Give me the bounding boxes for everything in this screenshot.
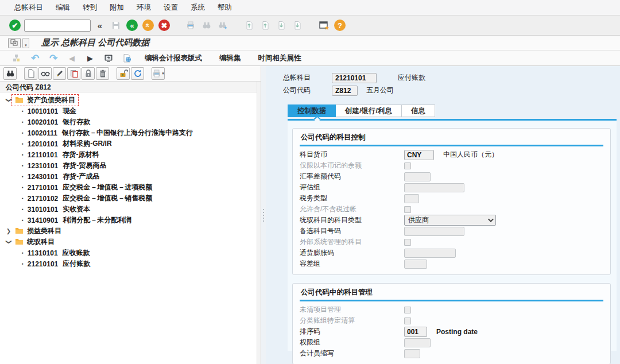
input-field[interactable]: CNY: [404, 150, 434, 160]
menu-item-5[interactable]: 环境: [130, 0, 157, 15]
delete-icon[interactable]: [96, 67, 109, 80]
input-field[interactable]: [404, 183, 464, 192]
unblock-icon[interactable]: [117, 67, 130, 80]
find-next-icon[interactable]: [216, 18, 230, 32]
tab-1[interactable]: 控制数据: [288, 104, 336, 117]
help-icon[interactable]: ?: [333, 18, 347, 32]
page-down-icon[interactable]: [274, 18, 288, 32]
previous-object-icon[interactable]: ◀: [64, 52, 79, 64]
print-icon[interactable]: [184, 18, 197, 32]
input-field[interactable]: [404, 249, 456, 258]
field-label: 会计员缩写: [300, 348, 404, 358]
collapse-icon[interactable]: «: [93, 18, 107, 32]
menu-item-8[interactable]: 帮助: [211, 0, 238, 15]
chevron-right-icon[interactable]: ❯: [5, 228, 13, 234]
tree-item[interactable]: ▪10020101银行存款: [0, 117, 257, 127]
hierarchy-display-icon[interactable]: [9, 52, 24, 64]
menu-item-7[interactable]: 系统: [184, 0, 211, 15]
company-code-value[interactable]: Z812: [332, 86, 358, 96]
cancel-icon[interactable]: ✖: [157, 18, 171, 32]
tree-item[interactable]: ▪12010101材料采购-GR/IR: [0, 138, 257, 149]
tab-content: 公司代码的科目控制科目货币CNY中国人民币（元）仅限以本币记的余额汇率差额代码评…: [288, 121, 617, 351]
command-field[interactable]: [24, 20, 91, 32]
field-label: 权限组: [300, 338, 404, 347]
menu-item-6[interactable]: 设置: [157, 0, 184, 15]
chevron-down-icon[interactable]: ❯: [6, 96, 12, 104]
tree-item[interactable]: ▪21210101应付账款: [0, 258, 257, 269]
sap-window: 总帐科目编辑转到附加环境设置系统帮助 ✔«««✖★? ▾ 显示 总帐科目 公司代…: [0, 0, 620, 364]
last-page-icon[interactable]: [290, 18, 304, 32]
tree-folder-2[interactable]: ❯损益类科目: [0, 226, 257, 237]
menu-item-1[interactable]: 总帐科目: [8, 0, 49, 15]
tab-strip: 控制数据创建/银行/利息信息: [288, 104, 620, 117]
groupbox-1: 公司代码的科目控制科目货币CNY中国人民币（元）仅限以本币记的余额汇率差额代码评…: [292, 128, 611, 275]
tree-item[interactable]: ▪10020111银行存款－中国银行上海分行淮海中路支行: [0, 127, 257, 138]
refresh-icon[interactable]: [131, 67, 144, 80]
services-for-object-icon[interactable]: [8, 38, 21, 48]
back-icon[interactable]: «: [125, 18, 139, 32]
dropdown-field[interactable]: 供应商: [404, 215, 496, 226]
gl-account-value[interactable]: 21210101: [332, 73, 377, 83]
tree-area: 公司代码 Z812 ❯资产负债类科目▪10010101现金▪10020101银行…: [0, 82, 257, 364]
tree-folder-1[interactable]: ❯资产负债类科目: [0, 95, 257, 106]
tree-item[interactable]: ▪11310101应收账款: [0, 247, 257, 258]
app-button-3[interactable]: 时间相关属性: [251, 53, 308, 63]
tab-2[interactable]: 创建/银行/利息: [336, 104, 402, 117]
menu-item-2[interactable]: 编辑: [49, 0, 76, 15]
field-label: 排序码: [300, 327, 404, 336]
find-icon[interactable]: [200, 18, 214, 32]
account-code: 11310101: [28, 249, 58, 257]
tree-item[interactable]: ▪31010101实收资本: [0, 204, 257, 215]
account-code: 12430101: [28, 173, 58, 181]
app-button-1[interactable]: 编辑会计报表版式: [138, 53, 209, 63]
input-field[interactable]: [404, 338, 431, 347]
tree-item[interactable]: ▪10010101现金: [0, 106, 257, 117]
menu-item-3[interactable]: 转到: [76, 0, 103, 15]
undo-icon[interactable]: ↶: [28, 52, 42, 64]
next-object-icon[interactable]: ▶: [83, 52, 98, 64]
dropdown-value: 供应商: [408, 215, 429, 225]
dropdown-icon[interactable]: ▾: [22, 38, 29, 48]
first-page-icon[interactable]: [242, 18, 256, 32]
panel-splitter[interactable]: [261, 66, 266, 364]
new-session-icon[interactable]: ★: [317, 18, 331, 32]
account-name: 存货-贸易商品: [63, 161, 106, 171]
tree-item[interactable]: ▪21710101应交税金－增值税－进项税额: [0, 182, 257, 193]
copy-icon[interactable]: [67, 67, 80, 80]
app-button-2[interactable]: 编辑集: [212, 53, 248, 63]
tree-folder-3[interactable]: ❯统驭科目: [0, 237, 257, 247]
enter-icon[interactable]: ✔: [8, 18, 22, 32]
field-row: 仅限以本币记的余额: [300, 160, 603, 171]
company-code-label: 公司代码: [283, 86, 332, 95]
tree-item[interactable]: ▪12110101存货-原材料: [0, 149, 257, 160]
tree-item[interactable]: ▪31410901利润分配－未分配利润: [0, 215, 257, 226]
input-field[interactable]: [404, 260, 427, 269]
tab-3[interactable]: 信息: [402, 104, 435, 117]
exit-icon[interactable]: «: [141, 18, 155, 32]
save-icon[interactable]: [109, 18, 123, 32]
edit-icon[interactable]: [53, 67, 66, 80]
input-field[interactable]: [404, 227, 464, 236]
checkbox: [404, 317, 411, 324]
display-icon[interactable]: [38, 67, 52, 80]
find-account-icon[interactable]: [3, 67, 17, 80]
account-tree-panel: ▾ 公司代码 Z812 ❯资产负债类科目▪10010101现金▪10020101…: [0, 66, 261, 364]
input-field[interactable]: 001: [404, 327, 427, 337]
page-up-icon[interactable]: [258, 18, 272, 32]
display-change-icon[interactable]: [101, 52, 116, 64]
input-field[interactable]: [404, 172, 431, 181]
redo-icon[interactable]: ↷: [46, 52, 61, 64]
create-icon[interactable]: [24, 67, 37, 80]
tree-item[interactable]: ▪21710102应交税金－增值税－销售税额: [0, 193, 257, 204]
block-icon[interactable]: [82, 67, 95, 80]
tree-item[interactable]: ▪12430101存货-产成品: [0, 171, 257, 182]
input-field[interactable]: [404, 349, 420, 358]
general-data-icon[interactable]: [119, 52, 134, 64]
menu-item-4[interactable]: 附加: [103, 0, 130, 15]
tree-item[interactable]: ▪12310101存货-贸易商品: [0, 160, 257, 171]
print-tree-icon[interactable]: ▾: [152, 67, 165, 80]
input-field[interactable]: [404, 194, 419, 203]
tree-scrollbar[interactable]: [257, 82, 261, 364]
account-name: 存货-产成品: [63, 172, 99, 181]
chevron-down-icon[interactable]: ❯: [6, 238, 12, 246]
